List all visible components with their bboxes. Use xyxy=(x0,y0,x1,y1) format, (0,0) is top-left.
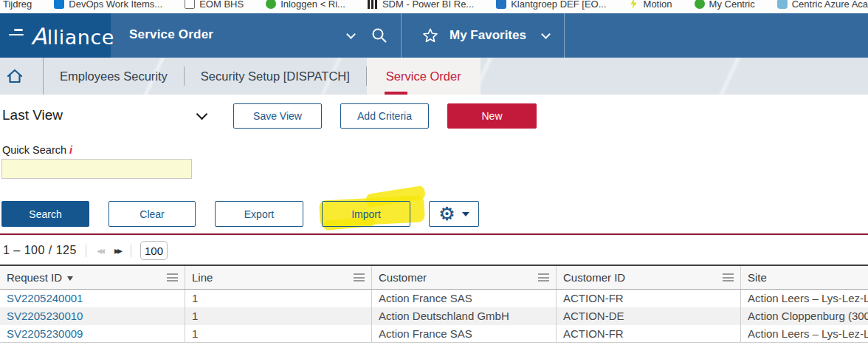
page: Tijdreg DevOps Work Items... EOM BHS Inl… xyxy=(0,0,868,348)
column-menu-icon[interactable] xyxy=(723,272,734,284)
bar-chart-icon xyxy=(368,0,378,9)
bookmark-item[interactable]: Motion xyxy=(629,0,672,10)
blue-app-icon xyxy=(496,0,506,9)
lightning-icon xyxy=(629,0,639,9)
bookmark-item[interactable]: Inloggen < Ri... xyxy=(266,0,345,10)
tab-employees-security[interactable]: Employees Security xyxy=(43,58,184,95)
bookmark-item[interactable]: Klantgroep DEF [EO... xyxy=(496,0,606,10)
module-title[interactable]: Service Order xyxy=(129,27,213,42)
tab-security-setup[interactable]: Security Setup [DISPATCH] xyxy=(185,58,366,95)
site-cell: Action Leers – Lys-Lez-L xyxy=(740,290,868,307)
table-row[interactable]: SV2205240001 1 Action France SAS ACTION-… xyxy=(0,290,868,307)
export-button[interactable]: Export xyxy=(215,201,303,227)
bookmark-item[interactable]: Tijdreg xyxy=(3,0,32,10)
customer-id-cell: ACTION-FR xyxy=(556,290,740,307)
table-row[interactable]: SV2205230009 1 Action France SAS ACTION-… xyxy=(0,325,868,343)
column-menu-icon[interactable] xyxy=(538,272,549,284)
line-cell: 1 xyxy=(185,290,371,307)
hamburger-menu-icon[interactable] xyxy=(7,29,27,42)
devops-icon xyxy=(54,0,64,9)
new-button[interactable]: New xyxy=(447,103,537,129)
app-logo: Alliance xyxy=(31,23,114,50)
tab-bar: Employees Security Security Setup [DISPA… xyxy=(0,58,868,95)
caret-down-icon xyxy=(462,212,469,216)
page-size-input[interactable]: 100 xyxy=(140,241,168,260)
star-icon xyxy=(422,27,438,44)
green-dot-icon xyxy=(695,0,705,9)
line-cell: 1 xyxy=(185,307,371,325)
pagination-range: 1 – 100 / 125 xyxy=(3,244,77,257)
table-body: SV2205240001 1 Action France SAS ACTION-… xyxy=(0,290,868,343)
bookmark-item[interactable]: My Centric xyxy=(695,0,755,10)
customer-cell: Action France SAS xyxy=(371,290,556,307)
app-header: Alliance Service Order My Favorites xyxy=(0,13,868,58)
divider-line xyxy=(0,233,868,235)
page-icon xyxy=(185,0,195,9)
chevron-down-icon xyxy=(541,30,551,39)
home-icon[interactable] xyxy=(6,67,24,85)
pagination-bar: 1 – 100 / 125 ◂◂ ▸▸ 100 xyxy=(3,238,168,263)
my-favorites-label: My Favorites xyxy=(450,28,526,43)
browser-bookmarks-bar: Tijdreg DevOps Work Items... EOM BHS Inl… xyxy=(0,0,868,13)
line-cell: 1 xyxy=(185,325,371,342)
sort-descending-icon xyxy=(67,276,73,281)
green-dot-icon xyxy=(266,0,276,9)
column-header-customer[interactable]: Customer xyxy=(371,266,556,289)
import-button[interactable]: Import xyxy=(322,201,410,227)
bookmark-item[interactable]: DevOps Work Items... xyxy=(54,0,162,10)
next-page-icon[interactable]: ▸▸ xyxy=(113,245,122,256)
previous-page-icon[interactable]: ◂◂ xyxy=(95,245,104,256)
column-menu-icon[interactable] xyxy=(167,272,178,284)
table-row[interactable]: SV2205230010 1 Action Deutschland GmbH A… xyxy=(0,307,868,325)
customer-id-cell: ACTION-FR xyxy=(556,325,740,342)
gear-icon: ⚙ xyxy=(438,205,455,223)
column-header-customer-id[interactable]: Customer ID xyxy=(556,266,740,289)
logo-block: Alliance xyxy=(0,13,111,58)
request-id-link[interactable]: SV2205240001 xyxy=(7,292,83,304)
chevron-down-icon[interactable] xyxy=(346,30,356,39)
quick-search-label: Quick Searchi xyxy=(2,144,72,156)
divider xyxy=(86,245,86,257)
my-favorites-menu[interactable]: My Favorites xyxy=(401,13,565,58)
view-selector-label[interactable]: Last View xyxy=(2,107,63,123)
column-header-request-id[interactable]: Request ID xyxy=(0,266,185,289)
column-header-site[interactable]: Site xyxy=(740,266,868,289)
bookmark-item[interactable]: SDM - Power BI Re... xyxy=(368,0,474,10)
chevron-down-icon[interactable] xyxy=(196,109,208,120)
request-id-link[interactable]: SV2205230009 xyxy=(7,327,83,340)
azure-icon xyxy=(777,0,788,9)
column-menu-icon[interactable] xyxy=(354,272,365,284)
quick-search-input[interactable] xyxy=(1,159,192,179)
save-view-button[interactable]: Save View xyxy=(233,103,322,129)
bookmark-item[interactable]: Centric Azure Acad... xyxy=(777,0,868,10)
search-button[interactable]: Search xyxy=(1,201,89,227)
site-cell: Action Cloppenburg (300 xyxy=(740,307,868,325)
customer-cell: Action Deutschland GmbH xyxy=(371,307,556,325)
info-icon[interactable]: i xyxy=(69,144,72,156)
customer-cell: Action France SAS xyxy=(371,325,556,342)
settings-gear-button[interactable]: ⚙ xyxy=(429,201,479,227)
add-criteria-button[interactable]: Add Criteria xyxy=(340,103,429,129)
divider xyxy=(131,245,131,257)
clear-button[interactable]: Clear xyxy=(108,201,196,227)
customer-id-cell: ACTION-DE xyxy=(556,307,740,325)
table-header-row: Request ID Line Customer Customer ID Sit… xyxy=(0,265,868,290)
search-icon[interactable] xyxy=(371,27,388,44)
site-cell: Action Leers – Lys-Lez-L xyxy=(740,325,868,342)
request-id-link[interactable]: SV2205230010 xyxy=(7,310,83,322)
bookmark-item[interactable]: EOM BHS xyxy=(185,0,244,10)
column-header-line[interactable]: Line xyxy=(185,266,371,289)
service-order-table: Request ID Line Customer Customer ID Sit… xyxy=(0,265,868,343)
tab-service-order[interactable]: Service Order xyxy=(367,58,480,95)
